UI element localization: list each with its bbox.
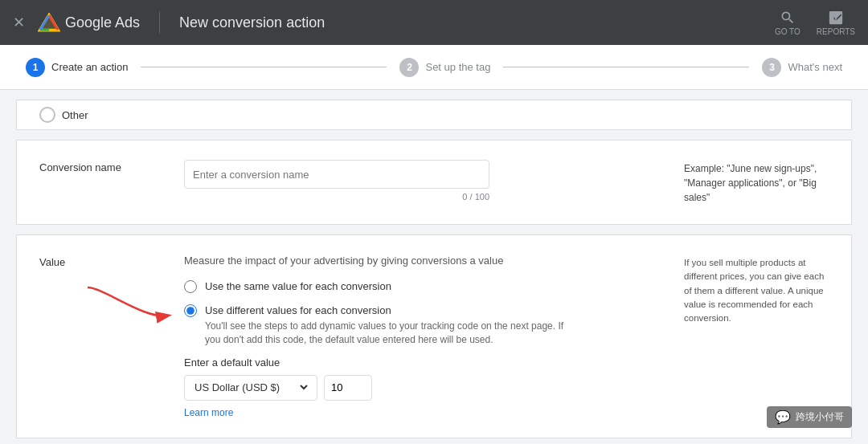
currency-dropdown[interactable]: US Dollar (USD $) Euro (EUR €) British P… <box>191 381 310 394</box>
app-header: ✕ Google Ads New conversion action GO TO <box>0 0 868 45</box>
reports-button[interactable]: REPORTS <box>817 10 855 36</box>
conversion-name-section-label: Conversion name <box>39 160 184 173</box>
stepper: 1 Create an action 2 Set up the tag 3 Wh… <box>0 45 868 90</box>
different-values-radio[interactable] <box>184 304 197 317</box>
step-1-circle: 1 <box>26 58 45 77</box>
search-icon <box>780 10 796 26</box>
conversion-name-hint: Example: "June new sign-ups", "Manager a… <box>684 160 829 205</box>
default-value-label: Enter a default value <box>184 356 661 369</box>
same-value-radio[interactable] <box>184 280 197 293</box>
svg-rect-8 <box>833 16 834 21</box>
page-title: New conversion action <box>179 14 325 31</box>
default-value-section: Enter a default value US Dollar (USD $) … <box>184 356 661 418</box>
goto-label: GO TO <box>775 27 800 36</box>
brand-name: Google Ads <box>65 14 140 31</box>
same-value-option-content: Use the same value for each conversion <box>205 279 391 294</box>
svg-rect-10 <box>837 18 839 20</box>
watermark-text: 跨境小付哥 <box>796 410 844 424</box>
google-ads-logo-icon <box>38 13 60 32</box>
step-3-circle: 3 <box>762 58 781 77</box>
step-connector-1 <box>141 67 387 67</box>
close-icon[interactable]: ✕ <box>13 14 25 31</box>
step-2: 2 Set up the tag <box>399 58 490 77</box>
value-description: Measure the impact of your advertising b… <box>184 255 661 267</box>
conversion-name-input[interactable] <box>184 160 489 189</box>
partial-radio-icon <box>39 107 55 123</box>
step-2-label: Set up the tag <box>425 61 490 73</box>
step-3: 3 What's next <box>762 58 842 77</box>
default-value-input[interactable] <box>324 375 372 401</box>
different-values-option-content: Use different values for each conversion… <box>205 303 575 347</box>
learn-more-link[interactable]: Learn more <box>184 407 661 418</box>
conversion-name-card: Conversion name 0 / 100 Example: "June n… <box>16 140 852 225</box>
different-values-option[interactable]: Use different values for each conversion… <box>184 303 661 347</box>
value-section-label: Value <box>39 255 184 268</box>
reports-label: REPORTS <box>817 27 855 36</box>
value-card: Value Measure the impact of your adverti… <box>16 234 852 438</box>
step-connector-2 <box>503 67 749 67</box>
different-values-sub: You'll see the steps to add dynamic valu… <box>205 320 575 347</box>
svg-rect-9 <box>835 14 837 20</box>
value-options-area: Measure the impact of your advertising b… <box>184 255 661 418</box>
step-1-label: Create an action <box>51 61 128 73</box>
header-actions: GO TO REPORTS <box>775 10 855 36</box>
step-2-circle: 2 <box>399 58 419 77</box>
different-values-label: Use different values for each conversion <box>205 303 575 318</box>
step-3-label: What's next <box>788 61 842 73</box>
currency-select[interactable]: US Dollar (USD $) Euro (EUR €) British P… <box>184 375 317 401</box>
conversion-name-input-area: 0 / 100 <box>184 160 661 202</box>
reports-icon <box>828 10 844 26</box>
partial-label: Other <box>62 109 88 121</box>
step-1: 1 Create an action <box>26 58 128 77</box>
watermark-icon: 💬 <box>775 409 791 425</box>
partial-card: Other <box>16 100 852 130</box>
goto-button[interactable]: GO TO <box>775 10 800 36</box>
logo-area: Google Ads <box>38 13 140 32</box>
arrow-annotation <box>80 279 176 344</box>
char-count: 0 / 100 <box>184 192 489 202</box>
default-value-row: US Dollar (USD $) Euro (EUR €) British P… <box>184 375 661 401</box>
same-value-label: Use the same value for each conversion <box>205 279 391 294</box>
value-hint: If you sell multiple products at differe… <box>684 255 829 325</box>
same-value-option[interactable]: Use the same value for each conversion <box>184 279 661 294</box>
watermark: 💬 跨境小付哥 <box>767 406 852 428</box>
main-content: Other Conversion name 0 / 100 Example: "… <box>0 90 868 444</box>
header-divider <box>159 11 160 34</box>
